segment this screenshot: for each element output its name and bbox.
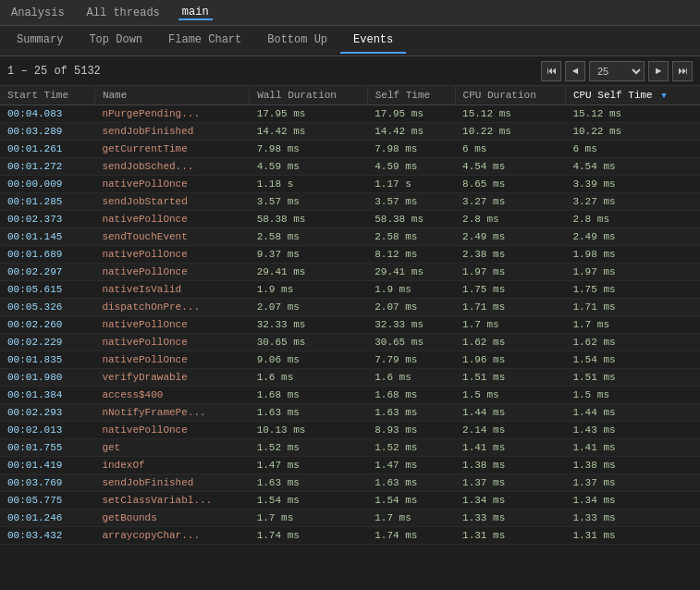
table-row[interactable]: 00:02.013nativePollOnce10.13 ms8.93 ms2.… [0, 422, 700, 439]
cell-2-row-13: 30.65 ms [250, 334, 368, 351]
cell-3-row-16: 1.68 ms [367, 387, 455, 404]
table-row[interactable]: 00:01.272sendJobSched...4.59 ms4.59 ms4.… [0, 158, 700, 176]
cell-3-row-20: 1.47 ms [367, 457, 455, 474]
table-row[interactable]: 00:03.432arraycopyChar...1.74 ms1.74 ms1… [0, 527, 700, 545]
first-page-button[interactable]: ⏮ [541, 61, 561, 81]
top-bar-all-threads[interactable]: All threads [83, 6, 164, 19]
table-row[interactable]: 00:01.755get1.52 ms1.52 ms1.41 ms1.41 ms [0, 439, 700, 457]
cell-2-row-10: 1.9 ms [250, 281, 368, 299]
table-row[interactable]: 00:01.384access$4001.68 ms1.68 ms1.5 ms1… [0, 387, 700, 404]
per-page-select[interactable]: 10 25 50 100 [589, 61, 645, 81]
cell-5-row-2: 6 ms [565, 141, 700, 158]
cell-2-row-12: 32.33 ms [250, 316, 368, 334]
table-row[interactable]: 00:01.689nativePollOnce9.37 ms8.12 ms2.3… [0, 246, 700, 264]
cell-4-row-8: 2.38 ms [455, 246, 565, 264]
col-name[interactable]: Name [94, 86, 249, 105]
cell-1-row-21: sendJobFinished [94, 474, 249, 492]
cell-3-row-7: 2.58 ms [367, 228, 455, 246]
cell-3-row-8: 8.12 ms [367, 246, 455, 264]
cell-1-row-18: nativePollOnce [94, 422, 249, 439]
cell-4-row-16: 1.5 ms [455, 387, 565, 404]
prev-page-button[interactable]: ◄ [565, 61, 585, 81]
cell-1-row-24: arraycopyChar... [94, 527, 249, 545]
cell-2-row-8: 9.37 ms [250, 246, 368, 264]
tab-events[interactable]: Events [340, 28, 406, 54]
cell-5-row-4: 3.39 ms [565, 176, 700, 193]
table-row[interactable]: 00:01.835nativePollOnce9.06 ms7.79 ms1.9… [0, 351, 700, 369]
table-row[interactable]: 00:00.009nativePollOnce1.18 s1.17 s8.65 … [0, 176, 700, 193]
table-row[interactable]: 00:01.246getBounds1.7 ms1.7 ms1.33 ms1.3… [0, 510, 700, 527]
cell-5-row-17: 1.44 ms [565, 404, 700, 422]
cell-5-row-8: 1.98 ms [565, 246, 700, 264]
col-cpu-self-time[interactable]: CPU Self Time ▼ [565, 86, 700, 105]
cell-3-row-23: 1.7 ms [367, 510, 455, 527]
cell-3-row-6: 58.38 ms [367, 211, 455, 228]
cell-1-row-22: setClassVariabl... [94, 492, 249, 510]
cell-1-row-0: nPurgePending... [94, 105, 249, 123]
cell-1-row-5: sendJobStarted [94, 193, 249, 211]
cell-1-row-23: getBounds [94, 510, 249, 527]
cell-0-row-15: 00:01.980 [0, 369, 94, 387]
cell-5-row-9: 1.97 ms [565, 264, 700, 281]
table-row[interactable]: 00:02.229nativePollOnce30.65 ms30.65 ms1… [0, 334, 700, 351]
cell-2-row-15: 1.6 ms [250, 369, 368, 387]
table-row[interactable]: 00:01.285sendJobStarted3.57 ms3.57 ms3.2… [0, 193, 700, 211]
table-row[interactable]: 00:05.326dispatchOnPre...2.07 ms2.07 ms1… [0, 299, 700, 316]
cell-1-row-14: nativePollOnce [94, 351, 249, 369]
cell-5-row-7: 2.49 ms [565, 228, 700, 246]
pagination-info: 1 – 25 of 5132 [7, 65, 541, 78]
cell-0-row-18: 00:02.013 [0, 422, 94, 439]
top-bar-main[interactable]: main [178, 6, 213, 20]
cell-1-row-6: nativePollOnce [94, 211, 249, 228]
cell-2-row-7: 2.58 ms [250, 228, 368, 246]
tab-flame-chart[interactable]: Flame Chart [155, 28, 254, 54]
sort-arrow-icon: ▼ [661, 92, 666, 101]
cell-5-row-6: 2.8 ms [565, 211, 700, 228]
col-start-time[interactable]: Start Time [0, 86, 94, 105]
cell-3-row-17: 1.63 ms [367, 404, 455, 422]
cell-1-row-16: access$400 [94, 387, 249, 404]
col-self-time[interactable]: Self Time [367, 86, 455, 105]
last-page-button[interactable]: ⏭ [672, 61, 693, 81]
cell-0-row-13: 00:02.229 [0, 334, 94, 351]
cell-2-row-4: 1.18 s [250, 176, 368, 193]
cell-3-row-19: 1.52 ms [367, 439, 455, 457]
top-bar-analysis[interactable]: Analysis [7, 6, 68, 19]
cell-0-row-14: 00:01.835 [0, 351, 94, 369]
cell-4-row-10: 1.75 ms [455, 281, 565, 299]
cell-4-row-20: 1.38 ms [455, 457, 565, 474]
table-row[interactable]: 00:02.297nativePollOnce29.41 ms29.41 ms1… [0, 264, 700, 281]
col-wall-duration[interactable]: Wall Duration [250, 86, 368, 105]
cell-5-row-0: 15.12 ms [565, 105, 700, 123]
table-row[interactable]: 00:01.261getCurrentTime7.98 ms7.98 ms6 m… [0, 141, 700, 158]
table-row[interactable]: 00:03.289sendJobFinished14.42 ms14.42 ms… [0, 123, 700, 141]
tab-summary[interactable]: Summary [4, 28, 76, 54]
table-row[interactable]: 00:02.373nativePollOnce58.38 ms58.38 ms2… [0, 211, 700, 228]
cell-1-row-12: nativePollOnce [94, 316, 249, 334]
table-row[interactable]: 00:01.419indexOf1.47 ms1.47 ms1.38 ms1.3… [0, 457, 700, 474]
cell-4-row-4: 8.65 ms [455, 176, 565, 193]
col-cpu-duration[interactable]: CPU Duration [455, 86, 565, 105]
table-row[interactable]: 00:05.615nativeIsValid1.9 ms1.9 ms1.75 m… [0, 281, 700, 299]
table-row[interactable]: 00:02.293nNotifyFramePe...1.63 ms1.63 ms… [0, 404, 700, 422]
table-row[interactable]: 00:05.775setClassVariabl...1.54 ms1.54 m… [0, 492, 700, 510]
table-row[interactable]: 00:02.260nativePollOnce32.33 ms32.33 ms1… [0, 316, 700, 334]
table-row[interactable]: 00:03.769sendJobFinished1.63 ms1.63 ms1.… [0, 474, 700, 492]
cell-5-row-13: 1.62 ms [565, 334, 700, 351]
events-table-container: Start Time Name Wall Duration Self Time … [0, 86, 700, 590]
cell-4-row-22: 1.34 ms [455, 492, 565, 510]
cell-3-row-4: 1.17 s [367, 176, 455, 193]
cell-0-row-10: 00:05.615 [0, 281, 94, 299]
cell-0-row-1: 00:03.289 [0, 123, 94, 141]
tab-top-down[interactable]: Top Down [76, 28, 155, 54]
cell-5-row-19: 1.41 ms [565, 439, 700, 457]
tab-bottom-up[interactable]: Bottom Up [254, 28, 340, 54]
cell-3-row-9: 29.41 ms [367, 264, 455, 281]
table-row[interactable]: 00:04.083nPurgePending...17.95 ms17.95 m… [0, 105, 700, 123]
next-page-button[interactable]: ► [648, 61, 669, 81]
cell-2-row-0: 17.95 ms [250, 105, 368, 123]
table-row[interactable]: 00:01.980verifyDrawable1.6 ms1.6 ms1.51 … [0, 369, 700, 387]
cell-2-row-23: 1.7 ms [250, 510, 368, 527]
cell-5-row-12: 1.7 ms [565, 316, 700, 334]
table-row[interactable]: 00:01.145sendTouchEvent2.58 ms2.58 ms2.4… [0, 228, 700, 246]
